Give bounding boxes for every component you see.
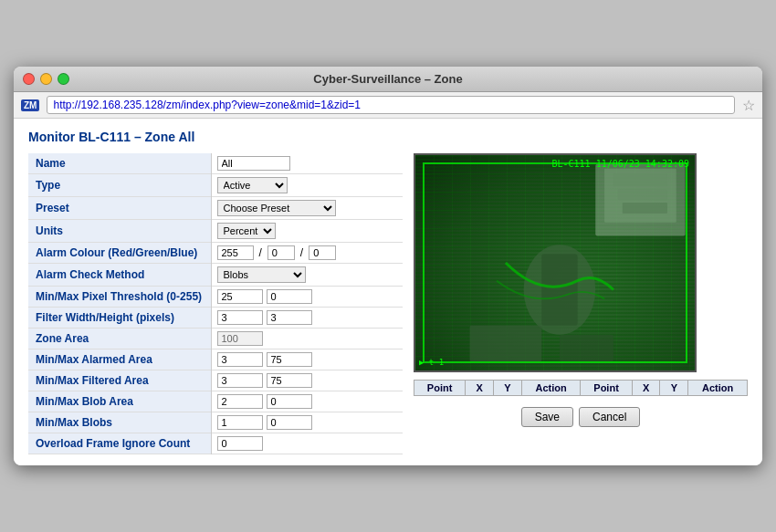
zone-area-input[interactable] [217,331,263,346]
preset-select[interactable]: Choose Preset [217,200,336,216]
type-row: Type Active Inclusive Exclusive Preclusi… [28,174,403,197]
min-max-alarmed-row: Min/Max Alarmed Area [28,349,403,370]
filter-wh-label: Filter Width/Height (pixels) [28,308,211,329]
alarm-colour-label: Alarm Colour (Red/Green/Blue) [28,243,211,264]
window-title: Cyber-Surveillance – Zone [313,72,462,86]
max-blobs-input[interactable] [267,415,312,430]
titlebar: Cyber-Surveillance – Zone [14,67,762,92]
settings-table: Name Type Active Inclusive Exclusive [28,153,403,454]
filter-h-input[interactable] [267,310,312,325]
filter-wh-inputs [217,310,398,325]
col-point2: Point [581,381,632,396]
type-select[interactable]: Active Inclusive Exclusive Preclusive In… [217,177,288,193]
zone-area-row: Zone Area [28,329,403,349]
col-y1: Y [493,381,521,396]
cam-content [415,155,695,370]
min-max-blobs-row: Min/Max Blobs [28,412,403,433]
pixel-threshold-inputs [217,289,398,304]
zone-border [423,162,687,363]
overload-row: Overload Frame Ignore Count [28,433,403,454]
zone-area-label: Zone Area [28,329,211,349]
close-button[interactable] [23,73,35,85]
min-max-blob-area-row: Min/Max Blob Area [28,391,403,412]
camera-label: ▶ t 1 [419,358,444,367]
form-panel: Name Type Active Inclusive Exclusive [28,153,403,454]
minimize-button[interactable] [40,73,52,85]
min-max-pixel-row: Min/Max Pixel Threshold (0-255) [28,287,403,308]
max-blob-input[interactable] [267,394,312,409]
col-x1: X [466,381,494,396]
filter-w-input[interactable] [217,310,263,325]
bookmark-icon[interactable]: ☆ [742,97,755,114]
maximize-button[interactable] [58,73,69,85]
camera-image: BL-C111 11/06/23 14:32:09 ▶ t 1 [415,155,695,370]
addressbar: ZM ☆ [14,92,762,119]
camera-timestamp: BL-C111 11/06/23 14:32:09 [551,159,689,169]
url-input[interactable] [47,96,735,114]
blob-area-inputs [217,394,398,409]
main-layout: Name Type Active Inclusive Exclusive [28,153,748,454]
units-row: Units Percent Pixels [28,220,403,243]
form-actions: Save Cancel [414,407,748,427]
min-max-alarmed-label: Min/Max Alarmed Area [28,349,211,370]
alarm-check-label: Alarm Check Method [28,264,211,287]
cancel-button[interactable]: Cancel [579,407,640,427]
min-blobs-input[interactable] [217,415,263,430]
units-select[interactable]: Percent Pixels [217,223,276,239]
min-pixel-input[interactable] [217,289,263,304]
col-point1: Point [414,381,466,396]
slash1: / [259,246,262,259]
camera-preview: BL-C111 11/06/23 14:32:09 ▶ t 1 [414,153,697,372]
preset-row: Preset Choose Preset [28,197,403,220]
min-max-filtered-row: Min/Max Filtered Area [28,370,403,391]
zm-badge: ZM [21,99,39,111]
min-max-blobs-label: Min/Max Blobs [28,412,211,433]
units-label: Units [28,220,211,243]
page-title: Monitor BL-C111 – Zone All [28,130,748,144]
alarm-colour-row: Alarm Colour (Red/Green/Blue) / / [28,243,403,264]
col-y2: Y [660,381,688,396]
col-action2: Action [688,381,748,396]
right-panel: BL-C111 11/06/23 14:32:09 ▶ t 1 Point X … [414,153,748,454]
slash2: / [300,246,303,259]
name-label: Name [28,153,211,174]
max-filtered-input[interactable] [267,373,312,388]
window-controls [23,73,69,85]
save-button[interactable]: Save [521,407,573,427]
alarm-colour-r-input[interactable] [217,245,254,260]
points-header-row: Point X Y Action Point X Y Action [414,381,748,396]
preset-label: Preset [28,197,211,220]
alarm-colour-b-input[interactable] [309,245,336,260]
filtered-area-inputs [217,373,398,388]
min-max-filtered-label: Min/Max Filtered Area [28,370,211,391]
overload-input[interactable] [217,436,263,451]
min-max-blob-label: Min/Max Blob Area [28,391,211,412]
alarmed-area-inputs [217,352,398,367]
name-row: Name [28,153,403,174]
alarm-check-row: Alarm Check Method Blobs AlarmedPixels F… [28,264,403,287]
type-label: Type [28,174,211,197]
overload-label: Overload Frame Ignore Count [28,433,211,454]
name-input[interactable] [217,156,290,171]
alarm-colour-g-input[interactable] [267,245,295,260]
page-content: Monitor BL-C111 – Zone All Name Type [14,119,762,465]
filter-wh-row: Filter Width/Height (pixels) [28,308,403,329]
max-pixel-input[interactable] [267,289,312,304]
blobs-inputs [217,415,398,430]
alarm-check-select[interactable]: Blobs AlarmedPixels FilteredPixels [217,266,306,283]
main-window: Cyber-Surveillance – Zone ZM ☆ Monitor B… [14,67,762,465]
col-x2: X [632,381,660,396]
min-alarmed-input[interactable] [217,352,263,367]
alarm-colour-inputs: / / [217,245,398,260]
points-table: Point X Y Action Point X Y Action [414,380,748,396]
max-alarmed-input[interactable] [267,352,312,367]
min-blob-input[interactable] [217,394,263,409]
min-filtered-input[interactable] [217,373,263,388]
min-max-pixel-label: Min/Max Pixel Threshold (0-255) [28,287,211,308]
col-action1: Action [521,381,581,396]
